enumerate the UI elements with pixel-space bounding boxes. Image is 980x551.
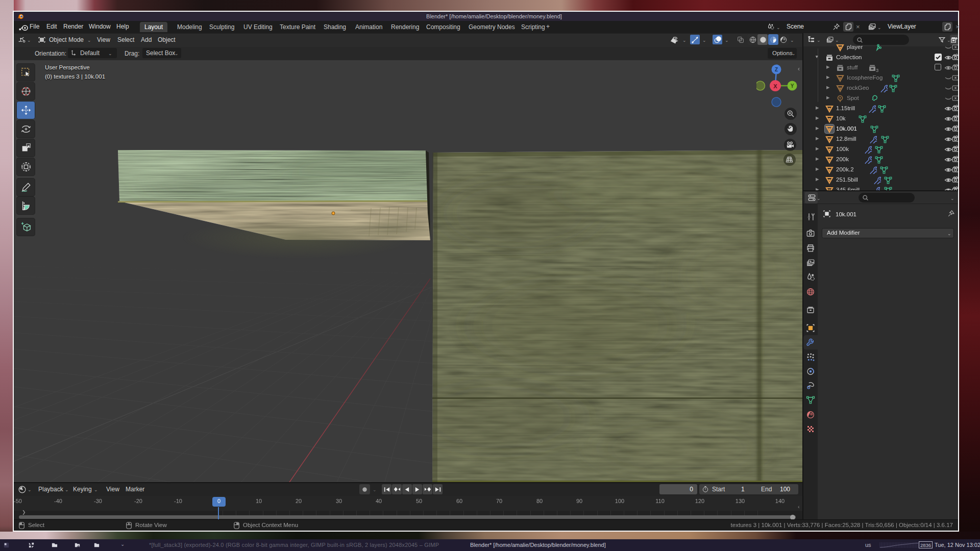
- svg-text:X: X: [773, 83, 777, 89]
- svg-text:Z: Z: [775, 67, 778, 72]
- svg-text:Y: Y: [791, 83, 794, 89]
